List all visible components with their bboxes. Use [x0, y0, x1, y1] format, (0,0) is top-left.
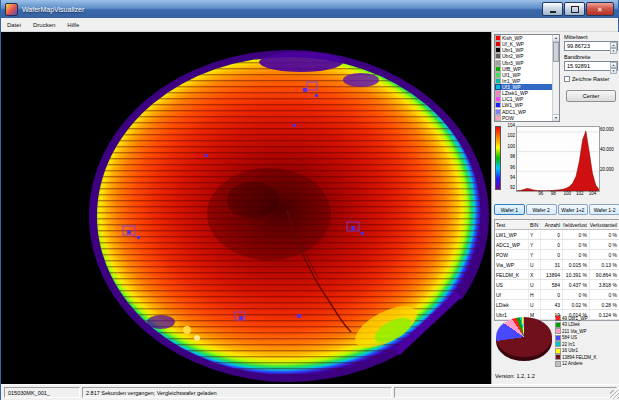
table-cell: 0.13 %	[590, 260, 619, 269]
tab-wafer-2[interactable]: Wafer 2	[526, 204, 557, 215]
histogram	[516, 126, 600, 192]
legend-item[interactable]: POW	[495, 115, 552, 121]
table-cell: 0	[541, 250, 563, 259]
minimize-icon	[550, 11, 556, 13]
close-icon: ✕	[597, 6, 603, 13]
table-row[interactable]: ADC1_WPY00 %0 %	[495, 240, 619, 250]
legend-item-label: POW	[502, 115, 514, 121]
parameter-list-items: Kish_WPUf_K_WPUbr1_WPUbr2_WPUbr3_WPUfB_W…	[495, 35, 552, 121]
table-cell: 0 %	[563, 290, 590, 299]
legend-item-label: Irr1_WP	[502, 78, 520, 84]
menu-drucken[interactable]: Drucken	[27, 22, 61, 28]
histogram-x-tick: 102	[576, 192, 584, 197]
table-cell: 0.28 %	[590, 300, 619, 309]
table-cell: 0	[541, 230, 563, 239]
table-cell: 0 %	[590, 250, 619, 259]
mittelwert-field[interactable]: 99.86723 ▲ ▼	[564, 41, 618, 51]
scrollbar-thumb[interactable]	[553, 42, 559, 62]
legend-color-swatch	[496, 48, 500, 52]
menu-hilfe[interactable]: Hilfe	[61, 22, 85, 28]
legend-color-swatch	[496, 110, 500, 114]
wafer-canvas[interactable]	[1, 32, 491, 384]
table-cell: 0	[541, 240, 563, 249]
table-cell: 0 %	[590, 290, 619, 299]
colorbar-tick: 92	[510, 186, 515, 191]
pie-legend-swatch	[556, 336, 560, 340]
colorbar-tick: 100	[507, 145, 515, 150]
legend-color-swatch	[496, 54, 500, 58]
legend-item-label: Uf3_WP	[502, 84, 521, 90]
legend-item-label: Kish_WP	[502, 35, 523, 41]
histogram-chart	[517, 127, 599, 191]
scroll-up-icon[interactable]: ▲	[553, 35, 559, 42]
checkbox-icon[interactable]	[564, 76, 570, 82]
table-row[interactable]: Via_WPU310.015 %0.13 %	[495, 260, 619, 270]
legend-item-label: Ubr2_WP	[502, 53, 524, 59]
table-cell: X	[529, 270, 541, 279]
table-cell: FELDM_K	[495, 270, 529, 279]
table-header-cell: Anzahl	[541, 220, 563, 229]
histogram-x-tick: 100	[563, 192, 571, 197]
legend-item-label: ADC1_WP	[502, 109, 526, 115]
zeichne-raster-label: Zeichne Raster	[572, 76, 609, 82]
colorbar-ticks: 10410210098969492	[502, 124, 515, 191]
menu-datei[interactable]: Datei	[1, 22, 27, 28]
results-table: TestBINAnzahlYieldverlustVerlustanteil L…	[494, 219, 619, 321]
version-text: Version: 1.2, 1.2	[495, 373, 535, 379]
mittelwert-spin-down[interactable]: ▼	[610, 48, 617, 54]
side-panel: Kish_WPUf_K_WPUbr1_WPUbr2_WPUbr3_WPUfB_W…	[491, 32, 619, 384]
histogram-x-labels: 9698100102104	[516, 192, 600, 199]
bandbreite-field[interactable]: 15.92891 ▲ ▼	[564, 61, 618, 71]
tab-wafer-1+2[interactable]: Wafer 1+2	[558, 204, 589, 215]
table-cell: 10.391 %	[563, 270, 590, 279]
table-cell: 0.02 %	[563, 300, 590, 309]
colorbar-tick: 94	[510, 176, 515, 181]
bandbreite-label: Bandbreite	[564, 54, 591, 60]
table-row[interactable]: POWY00 %0 %	[495, 250, 619, 260]
table-row[interactable]: FELDM_KX1389410.391 %90.864 %	[495, 270, 619, 280]
legend-color-swatch	[496, 85, 500, 89]
table-body: LW1_WPY00 %0 %ADC1_WPY00 %0 %POWY00 %0 %…	[495, 230, 619, 320]
table-row[interactable]: UfH00 %0 %	[495, 290, 619, 300]
tab-wafer-1-2[interactable]: Wafer 1-2	[589, 204, 619, 215]
maximize-button[interactable]	[564, 2, 585, 16]
minimize-button[interactable]	[542, 2, 563, 16]
pie-legend-swatch	[556, 323, 560, 327]
bandbreite-value: 15.92891	[567, 63, 590, 69]
zeichne-raster-row[interactable]: Zeichne Raster	[564, 76, 609, 82]
legend-item-label: Ubr3_WP	[502, 60, 524, 66]
pie-chart	[496, 317, 552, 357]
pie-legend-swatch	[556, 342, 560, 346]
table-row[interactable]: LW1_WPY00 %0 %	[495, 230, 619, 240]
table-row[interactable]: USU5840.437 %3.818 %	[495, 280, 619, 290]
pie-legend-label: 13894 FELDM_K	[562, 355, 597, 360]
table-cell: U	[529, 300, 541, 309]
pie-legend-swatch	[556, 316, 560, 320]
table-cell: 0.015 %	[563, 260, 590, 269]
scroll-down-icon[interactable]: ▼	[553, 114, 559, 121]
bandbreite-spin-down[interactable]: ▼	[610, 68, 617, 74]
mittelwert-spinner: ▲ ▼	[610, 42, 617, 50]
table-cell: 0	[541, 290, 563, 299]
histogram-x-tick: 96	[538, 192, 543, 197]
menu-bar: DateiDruckenHilfe	[1, 18, 618, 32]
parameter-list-scrollbar[interactable]: ▲ ▼	[552, 35, 559, 121]
pie-legend-label: 22 Irr1	[562, 342, 575, 347]
bandbreite-spinner: ▲ ▼	[610, 62, 617, 70]
table-cell: U	[529, 280, 541, 289]
parameter-list[interactable]: Kish_WPUf_K_WPUbr1_WPUbr2_WPUbr3_WPUfB_W…	[494, 34, 560, 122]
histogram-y-tick: 60.000	[600, 128, 614, 133]
legend-color-swatch	[496, 103, 500, 107]
status-bar: 015030MK_001_ 2.817 Sekunden vergangen; …	[1, 384, 619, 400]
close-button[interactable]: ✕	[586, 2, 614, 16]
table-cell: 584	[541, 280, 563, 289]
table-cell: 0 %	[590, 230, 619, 239]
table-row[interactable]: LDiekU430.02 %0.28 %	[495, 300, 619, 310]
tab-wafer-1[interactable]: Wafer 1	[494, 204, 525, 215]
resize-grip-icon[interactable]	[610, 390, 619, 399]
histogram-y-labels: 60.00040.00020.000	[600, 126, 619, 190]
legend-color-swatch	[496, 36, 500, 40]
status-filename: 015030MK_001_	[4, 387, 80, 398]
title-bar[interactable]: WaferMapVisualizer ✕	[1, 0, 618, 18]
center-button[interactable]: Center	[566, 90, 616, 102]
